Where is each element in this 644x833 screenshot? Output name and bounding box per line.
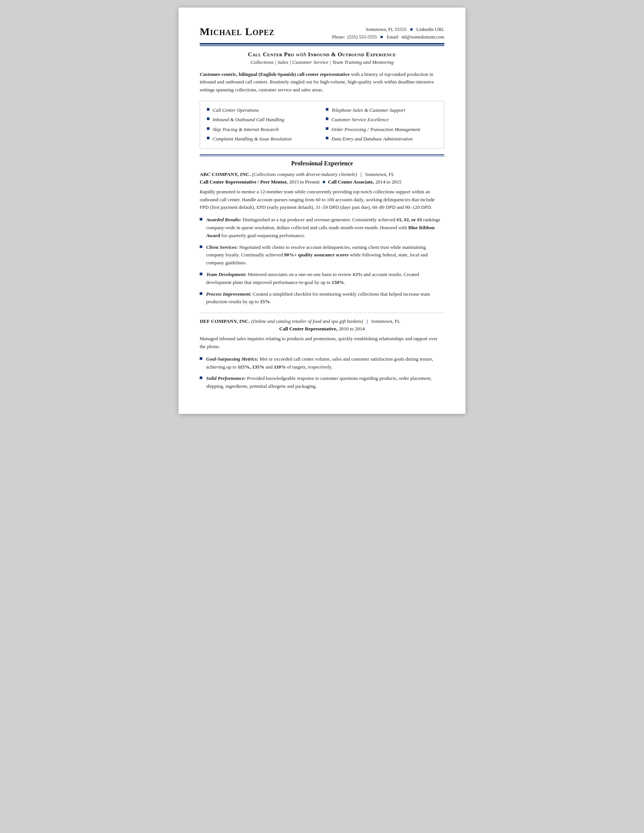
skill-item: Complaint Handling & Issue Resolution xyxy=(207,135,318,143)
skill-text: Customer Service Excellence xyxy=(331,116,389,124)
section-divider-top xyxy=(200,154,444,155)
bullet-item: Process Improvement: Created a simplifie… xyxy=(200,290,444,306)
companies-container: ABC COMPANY, INC. (Collections company w… xyxy=(200,171,444,391)
subtitle-line: Collections | Sales | Customer Service |… xyxy=(200,59,444,65)
bullet-content: Solid Performance: Provided knowledgeabl… xyxy=(206,375,444,391)
bullet-list: Awarded Results: Distinguished as a top … xyxy=(200,216,444,306)
skill-text: Call Center Operations xyxy=(212,106,259,114)
list-bullet xyxy=(200,357,202,360)
company-line: ABC COMPANY, INC. (Collections company w… xyxy=(200,171,444,177)
contact-line-2: Phone: (555) 555-5555 Email: ml@somedoma… xyxy=(332,33,444,41)
role-dates: 2010 to 2014 xyxy=(339,326,365,332)
title-line: Call Center Pro with Inbound & Outbound … xyxy=(200,51,444,58)
section-divider-bottom xyxy=(200,156,444,156)
bullet-content: Goal-Surpassing Metrics: Met or exceeded… xyxy=(206,355,444,371)
bullet-content: Process Improvement: Created a simplifie… xyxy=(206,290,444,306)
company-body-text: Managed inbound sales inquiries relating… xyxy=(200,335,444,351)
bullet-bold-end: Blue Ribbon Award xyxy=(206,225,435,238)
skill-item: Skip Tracing & Internet Research xyxy=(207,126,318,133)
company-location: Sometown, FL xyxy=(371,318,400,324)
bullet-bold-mid: 150% xyxy=(332,280,344,285)
company-name: DEF COMPANY, INC. xyxy=(200,318,250,324)
skill-bullet xyxy=(207,117,209,120)
skill-text: Order Processing / Transaction Managemen… xyxy=(331,126,420,133)
bullet-label: Awarded Results: xyxy=(206,217,241,222)
skill-text: Complaint Handling & Issue Resolution xyxy=(212,135,291,143)
bullet-bold-mid: #1, #2, or #3 xyxy=(397,217,422,222)
experience-section-title: Professional Experience xyxy=(200,160,444,167)
bullet-content: Awarded Results: Distinguished as a top … xyxy=(206,216,444,240)
bullet-label: Process Improvement: xyxy=(206,291,251,297)
linkedin-text: LinkedIn URL xyxy=(416,26,444,33)
role-secondary-dates: 2014 to 2015 xyxy=(376,179,401,185)
skill-bullet xyxy=(207,137,209,139)
header-section: Michael Lopez Sometown, FL 55555 LinkedI… xyxy=(200,26,444,41)
role-dates: 2015 to Present xyxy=(289,179,320,185)
role-bullet xyxy=(323,181,325,183)
company-body-text: Rapidly promoted to mentor a 12-member t… xyxy=(200,188,444,211)
skill-item: Inbound & Outbound Call Handling xyxy=(207,116,318,124)
email-label: Email: xyxy=(387,33,399,41)
company-desc: (Collections company with diverse-indust… xyxy=(252,171,357,177)
skill-text: Data Entry and Database Administration xyxy=(331,135,413,143)
skill-bullet xyxy=(326,117,328,120)
contact-line-1: Sometown, FL 55555 LinkedIn URL xyxy=(332,26,444,33)
title-with: with xyxy=(296,51,307,57)
list-bullet xyxy=(200,273,202,275)
company-name: ABC COMPANY, INC. xyxy=(200,171,251,177)
skill-item: Customer Service Excellence xyxy=(326,116,437,124)
phone-number: (555) 555-5555 xyxy=(347,33,377,41)
bullet-sq-1 xyxy=(410,28,413,31)
list-bullet xyxy=(200,246,202,248)
role-line: Call Center Representative, 2010 to 2014 xyxy=(200,326,444,332)
skill-item: Data Entry and Database Administration xyxy=(326,135,437,143)
skill-item: Telephone Sales & Customer Support xyxy=(326,106,437,114)
contact-block: Sometown, FL 55555 LinkedIn URL Phone: (… xyxy=(332,26,444,41)
skill-item: Call Center Operations xyxy=(207,106,318,114)
divider-thin xyxy=(200,45,444,46)
resume-page: Michael Lopez Sometown, FL 55555 LinkedI… xyxy=(178,8,466,414)
bullet-item: Awarded Results: Distinguished as a top … xyxy=(200,216,444,240)
location-text: Sometown, FL 55555 xyxy=(366,26,406,33)
bullet-label: Goal-Surpassing Metrics: xyxy=(206,356,258,362)
bullet-content: Team Development: Mentored associates on… xyxy=(206,271,444,286)
bullet-bold-mid: 15% xyxy=(260,299,270,304)
role-line: Call Center Representative / Peer Mentor… xyxy=(200,179,444,185)
bullet-label: Client Services: xyxy=(206,244,238,250)
bullet-list: Goal-Surpassing Metrics: Met or exceeded… xyxy=(200,355,444,391)
name-block: Michael Lopez xyxy=(200,26,275,38)
bullet-label: Team Development: xyxy=(206,272,246,277)
company-desc: (Online and catalog retailer of food and… xyxy=(251,318,363,324)
candidate-name: Michael Lopez xyxy=(200,26,275,38)
role-title: Call Center Representative / Peer Mentor… xyxy=(200,179,287,185)
skill-bullet xyxy=(326,127,328,130)
bullet-label: Solid Performance: xyxy=(206,375,246,381)
summary-section: Customer-centric, bilingual (English-Spa… xyxy=(200,71,444,94)
email-address: ml@somedomain.com xyxy=(401,33,444,41)
skill-text: Skip Tracing & Internet Research xyxy=(212,126,279,133)
company-line: DEF COMPANY, INC. (Online and catalog re… xyxy=(200,318,444,324)
skill-bullet xyxy=(207,108,209,111)
bullet-item: Solid Performance: Provided knowledgeabl… xyxy=(200,375,444,391)
bullet-bold-mid: 90%+ quality assurance scores xyxy=(284,252,349,257)
phone-label: Phone: xyxy=(332,33,345,41)
list-bullet xyxy=(200,292,202,295)
bullet-sq-2 xyxy=(381,36,383,38)
divider-top xyxy=(200,43,444,45)
role-secondary-title: Call Center Associate, xyxy=(328,179,374,185)
skill-bullet xyxy=(326,137,328,139)
title-sc: Call Center Pro xyxy=(248,51,294,57)
skill-bullet xyxy=(326,108,328,111)
bullet-content: Client Services: Negotiated with clients… xyxy=(206,244,444,267)
role-title: Call Center Representative, xyxy=(279,326,337,332)
bullet-item: Team Development: Mentored associates on… xyxy=(200,271,444,286)
summary-bold: Customer-centric, bilingual (English-Spa… xyxy=(200,71,350,77)
company-location: Sometown, FL xyxy=(365,171,394,177)
list-bullet xyxy=(200,376,202,379)
skills-box: Call Center OperationsTelephone Sales & … xyxy=(200,101,444,148)
bullet-bold-mid: 115%, 135% xyxy=(238,364,264,370)
skill-text: Telephone Sales & Customer Support xyxy=(331,106,405,114)
bullet-bold-end: 110% xyxy=(274,364,286,370)
bullet-item: Goal-Surpassing Metrics: Met or exceeded… xyxy=(200,355,444,371)
skill-item: Order Processing / Transaction Managemen… xyxy=(326,126,437,133)
